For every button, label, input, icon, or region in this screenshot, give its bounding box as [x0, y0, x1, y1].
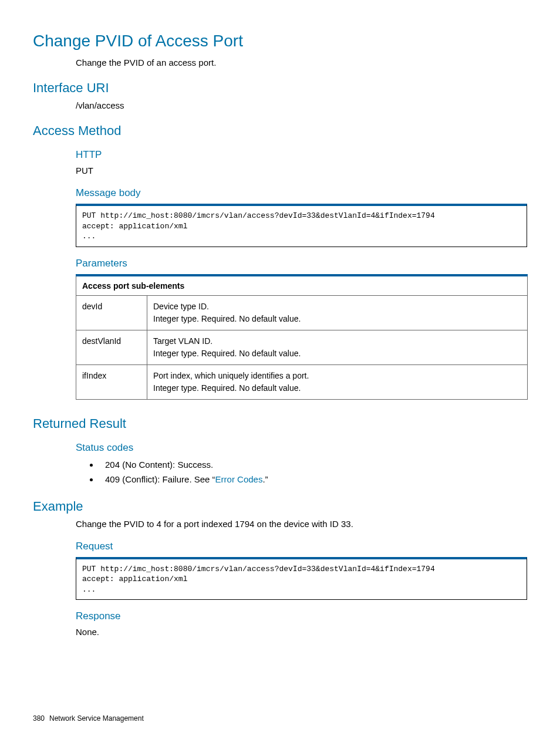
- heading-access-method: Access Method: [33, 123, 527, 139]
- param-desc: Target VLAN ID. Integer type. Required. …: [147, 330, 528, 364]
- list-item: 409 (Conflict): Failure. See “Error Code…: [99, 472, 527, 487]
- title-description: Change the PVID of an access port.: [76, 56, 527, 69]
- request-code: PUT http://imc_host:8080/imcrs/vlan/acce…: [76, 557, 527, 600]
- example-description: Change the PVID to 4 for a port indexed …: [76, 518, 527, 530]
- param-name: devId: [76, 295, 147, 330]
- table-row: destVlanId Target VLAN ID. Integer type.…: [76, 330, 528, 364]
- param-desc: Port index, which uniquely identifies a …: [147, 364, 528, 399]
- param-desc-line: Integer type. Required. No default value…: [153, 383, 301, 393]
- param-desc-line: Integer type. Required. No default value…: [153, 314, 301, 323]
- status-409-text-post: .”: [262, 474, 268, 484]
- parameters-table: Access port sub-elements devId Device ty…: [76, 274, 528, 400]
- heading-parameters: Parameters: [76, 258, 527, 269]
- page-title: Change PVID of Access Port: [33, 32, 527, 50]
- param-name: destVlanId: [76, 330, 147, 364]
- status-codes-list: 204 (No Content): Success. 409 (Conflict…: [76, 457, 527, 487]
- param-name: ifIndex: [76, 364, 147, 399]
- interface-uri-value: /vlan/access: [76, 99, 527, 112]
- heading-request: Request: [76, 541, 527, 552]
- table-row: ifIndex Port index, which uniquely ident…: [76, 364, 528, 399]
- message-body-code: PUT http://imc_host:8080/imcrs/vlan/acce…: [76, 204, 527, 247]
- heading-interface-uri: Interface URI: [33, 80, 527, 96]
- heading-message-body: Message body: [76, 187, 527, 199]
- status-409-text: 409 (Conflict): Failure. See “: [105, 474, 215, 484]
- error-codes-link[interactable]: Error Codes: [215, 474, 263, 484]
- heading-http: HTTP: [76, 149, 527, 161]
- response-value: None.: [76, 626, 527, 638]
- footer-section: Network Service Management: [49, 714, 144, 723]
- heading-returned-result: Returned Result: [33, 416, 527, 431]
- param-desc-line: Integer type. Required. No default value…: [153, 349, 301, 358]
- heading-response: Response: [76, 610, 527, 622]
- parameters-table-header: Access port sub-elements: [76, 275, 528, 296]
- http-method-value: PUT: [76, 164, 527, 177]
- page-number: 380: [33, 714, 45, 723]
- param-desc-line: Target VLAN ID.: [153, 336, 212, 346]
- param-desc: Device type ID. Integer type. Required. …: [147, 295, 528, 330]
- param-desc-line: Port index, which uniquely identifies a …: [153, 371, 309, 380]
- page-footer: 380Network Service Management: [33, 714, 144, 723]
- table-row: devId Device type ID. Integer type. Requ…: [76, 295, 528, 330]
- heading-status-codes: Status codes: [76, 442, 527, 454]
- param-desc-line: Device type ID.: [153, 302, 209, 311]
- list-item: 204 (No Content): Success.: [99, 457, 527, 472]
- heading-example: Example: [33, 499, 527, 514]
